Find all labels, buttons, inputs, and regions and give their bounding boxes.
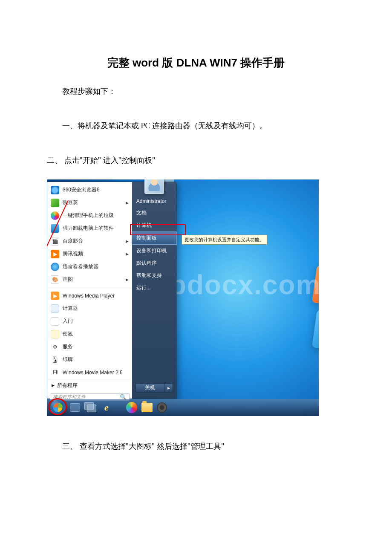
start-menu: 360安全浏览器6豌豆荚▶一键清理手机上的垃圾强力卸载电脑上的软件🎬百度影音▶▶… bbox=[47, 182, 177, 399]
paint-icon: 🎨 bbox=[51, 275, 59, 284]
start-menu-item-label: 计算器 bbox=[63, 305, 78, 312]
submenu-arrow-icon: ▶ bbox=[126, 239, 129, 243]
start-menu-right-item[interactable]: 默认程序 bbox=[132, 257, 176, 269]
tooltip-control-panel: 更改您的计算机设置并自定义其功能。 bbox=[182, 235, 267, 245]
start-menu-app-item[interactable]: 豌豆荚▶ bbox=[48, 197, 131, 209]
ie-icon bbox=[51, 186, 59, 194]
start-menu-item-label: Windows Media Player bbox=[63, 293, 115, 299]
start-menu-item-label: 一键清理手机上的垃圾 bbox=[63, 212, 114, 219]
start-menu-right-pane: Administrator文档计算机控制面板设备和打印机默认程序帮助和支持运行.… bbox=[132, 182, 176, 399]
shutdown-label: 关机 bbox=[136, 384, 164, 392]
start-menu-right-item[interactable]: 控制面板 bbox=[132, 231, 177, 245]
start-menu-app-item[interactable]: ▶腾讯视频▶ bbox=[48, 248, 131, 260]
all-programs-label: 所有程序 bbox=[57, 382, 78, 389]
start-menu-app-item[interactable]: 便笺 bbox=[48, 328, 131, 341]
all-programs-button[interactable]: 所有程序 bbox=[48, 379, 131, 392]
baidu-icon: 🎬 bbox=[51, 237, 59, 246]
start-menu-right-item[interactable]: Administrator bbox=[132, 196, 176, 207]
start-menu-item-label: 迅雷看看播放器 bbox=[63, 263, 98, 270]
document-title: 完整 word 版 DLNA WIN7 操作手册 bbox=[47, 55, 345, 70]
start-menu-app-item[interactable]: 360安全浏览器6 bbox=[48, 184, 131, 197]
start-menu-app-item[interactable]: ▶Windows Media Player bbox=[48, 288, 131, 302]
start-menu-app-item[interactable]: 迅雷看看播放器 bbox=[48, 260, 131, 273]
taskbar: e bbox=[47, 399, 319, 416]
start-menu-app-item[interactable]: 🎬百度影音▶ bbox=[48, 235, 131, 248]
shutdown-options-icon[interactable]: ▸ bbox=[164, 384, 173, 392]
step-2: 二、 点击"开始" 进入"控制面板" bbox=[47, 151, 345, 170]
start-menu-item-label: 画图 bbox=[63, 276, 73, 283]
start-menu-right-item[interactable]: 帮助和支持 bbox=[132, 269, 176, 282]
start-menu-right-item[interactable]: 设备和打印机 bbox=[132, 245, 176, 257]
clean-icon bbox=[51, 211, 59, 220]
start-menu-app-item[interactable]: 计算器 bbox=[48, 302, 131, 315]
start-menu-app-item[interactable]: 🂡纸牌 bbox=[48, 353, 131, 366]
serv-icon: ⚙ bbox=[51, 343, 59, 351]
start-menu-item-label: 强力卸载电脑上的软件 bbox=[63, 225, 114, 232]
sol-icon: 🂡 bbox=[51, 356, 59, 364]
step-3: 三、 查看方式选择"大图标" 然后选择"管理工具" bbox=[47, 437, 345, 456]
wmm-icon: 🎞 bbox=[51, 368, 59, 377]
submenu-arrow-icon: ▶ bbox=[126, 278, 129, 282]
start-menu-app-item[interactable]: 入门 bbox=[48, 315, 131, 328]
start-menu-item-label: 腾讯视频 bbox=[63, 250, 83, 257]
intro-paragraph: 教程步骤如下： bbox=[47, 82, 345, 101]
taskbar-ie-icon[interactable]: e bbox=[101, 402, 112, 413]
start-menu-item-label: 服务 bbox=[63, 343, 73, 350]
taskbar-task-view-icon[interactable] bbox=[84, 402, 96, 413]
user-avatar[interactable] bbox=[144, 179, 164, 194]
start-menu-item-label: 纸牌 bbox=[63, 356, 73, 363]
start-menu-right-item[interactable]: 计算机 bbox=[132, 219, 176, 231]
start-menu-item-label: 入门 bbox=[63, 318, 73, 325]
tx-icon: ▶ bbox=[51, 250, 59, 258]
start-menu-right-item[interactable]: 文档 bbox=[132, 207, 176, 219]
xl-icon bbox=[51, 263, 59, 271]
shutdown-button[interactable]: 关机 ▸ bbox=[135, 383, 173, 393]
annotation-circle-start-button bbox=[48, 398, 67, 415]
step-1: 一、将机器及笔记本或 PC 连接路由器（无线及有线均可）。 bbox=[47, 117, 345, 135]
calc-icon bbox=[51, 304, 59, 313]
start-menu-left-pane: 360安全浏览器6豌豆荚▶一键清理手机上的垃圾强力卸载电脑上的软件🎬百度影音▶▶… bbox=[47, 182, 132, 399]
wmp-icon: ▶ bbox=[51, 292, 59, 300]
start-menu-app-item[interactable]: 🎞Windows Movie Maker 2.6 bbox=[48, 366, 131, 379]
note-icon bbox=[51, 330, 59, 338]
start-menu-app-item[interactable]: ⚙服务 bbox=[48, 341, 131, 353]
pea-icon bbox=[51, 199, 59, 207]
start-menu-app-item[interactable]: 强力卸载电脑上的软件 bbox=[48, 222, 131, 235]
taskbar-media-icon[interactable] bbox=[157, 402, 167, 413]
start-menu-app-item[interactable]: 🎨画图▶ bbox=[48, 273, 131, 286]
start-menu-item-label: 百度影音 bbox=[63, 237, 83, 245]
rm-icon bbox=[51, 317, 59, 326]
start-menu-right-item[interactable]: 运行... bbox=[132, 282, 176, 294]
start-menu-item-label: 便笺 bbox=[63, 330, 73, 338]
start-menu-item-label: Windows Movie Maker 2.6 bbox=[63, 370, 123, 376]
taskbar-show-desktop-icon[interactable] bbox=[70, 403, 80, 412]
start-menu-item-label: 360安全浏览器6 bbox=[63, 186, 100, 194]
submenu-arrow-icon: ▶ bbox=[126, 201, 129, 205]
taskbar-explorer-icon[interactable] bbox=[141, 403, 153, 412]
taskbar-app-icon[interactable] bbox=[126, 402, 137, 413]
submenu-arrow-icon: ▶ bbox=[126, 252, 129, 256]
screenshot-start-menu: www.bdocx.com 360安全浏览器6豌豆荚▶一键清理手机上的垃圾强力卸… bbox=[47, 179, 319, 416]
